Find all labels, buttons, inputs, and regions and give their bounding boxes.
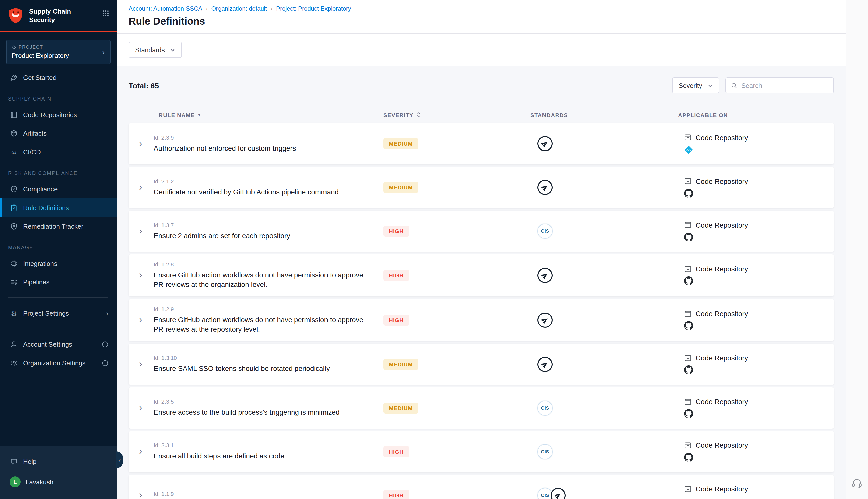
applicable-on-label: Code Repository [696, 485, 748, 493]
sidebar-section-manage: MANAGE [0, 236, 116, 254]
column-header-applicable-on: APPLICABLE ON [678, 112, 834, 118]
rule-name: Certificate not verified by GitHub Actio… [154, 187, 371, 197]
info-icon [102, 360, 109, 366]
standards-dropdown[interactable]: Standards [128, 42, 182, 58]
chevron-right-icon: › [102, 48, 105, 57]
row-standards [531, 312, 678, 327]
sidebar-item-remediation-tracker[interactable]: Remediation Tracker [0, 217, 116, 236]
sidebar-item-account-settings[interactable]: Account Settings [0, 335, 116, 354]
severity-badge: HIGH [383, 270, 409, 281]
cicd-standard-icon [537, 180, 553, 195]
search-box [726, 77, 834, 94]
sidebar-item-artifacts[interactable]: Artifacts [0, 124, 116, 143]
sidebar-item-help[interactable]: Help [0, 452, 116, 471]
repository-icon [684, 354, 692, 362]
table-row[interactable]: › Id: 1.3.7 Ensure 2 admins are set for … [128, 210, 834, 252]
sidebar: Supply Chain Security PROJECT Product Ex… [0, 0, 116, 499]
cicd-standard-icon [537, 136, 553, 151]
sidebar-item-integrations[interactable]: Integrations [0, 254, 116, 273]
table-row[interactable]: › Id: 2.1.2 Certificate not verified by … [128, 167, 834, 208]
sidebar-item-rule-definitions[interactable]: Rule Definitions [0, 198, 116, 217]
row-standards [531, 356, 678, 372]
rule-id: Id: 2.1.2 [154, 178, 371, 184]
divider [8, 329, 109, 329]
project-icon [12, 45, 16, 49]
row-provider [684, 365, 834, 374]
github-icon [684, 453, 693, 462]
row-expand-chevron-icon[interactable]: › [128, 315, 153, 325]
project-selector[interactable]: PROJECT Product Exploratory › [6, 40, 111, 64]
app-grid-icon[interactable] [102, 7, 110, 17]
sidebar-item-organization-settings[interactable]: Organization Settings [0, 354, 116, 373]
row-standards: CIS [531, 488, 678, 499]
rule-name: Ensure all build steps are defined as co… [154, 451, 371, 461]
github-icon [684, 321, 693, 330]
table-row[interactable]: › Id: 2.3.5 Ensure access to the build p… [128, 387, 834, 428]
table-row[interactable]: › Id: 2.3.9 Authorization not enforced f… [128, 123, 834, 164]
row-expand-chevron-icon[interactable]: › [128, 402, 153, 413]
github-icon [684, 365, 693, 374]
table-controls: Total: 65 Severity [128, 77, 834, 94]
sidebar-item-project-settings[interactable]: ⚙ Project Settings › [0, 304, 116, 322]
rule-id: Id: 2.3.5 [154, 399, 371, 404]
infinity-icon: ∞ [10, 148, 18, 156]
breadcrumb-project-link[interactable]: Project: Product Exploratory [276, 5, 351, 12]
repository-icon [684, 265, 692, 273]
row-provider [684, 189, 834, 198]
sidebar-item-cicd[interactable]: ∞ CI/CD [0, 143, 116, 161]
row-expand-chevron-icon[interactable]: › [128, 270, 153, 281]
chip-icon [10, 260, 18, 267]
cis-standard-icon: CIS [537, 444, 553, 459]
row-expand-chevron-icon[interactable]: › [128, 226, 153, 236]
breadcrumb-organization-link[interactable]: Organization: default [211, 5, 267, 12]
applicable-on-label: Code Repository [696, 441, 748, 449]
sidebar-item-user[interactable]: L Lavakush [0, 471, 116, 493]
rule-name: Ensure GitHub action workflows do not ha… [154, 270, 371, 290]
sidebar-item-label: Project Settings [23, 309, 69, 317]
row-expand-chevron-icon[interactable]: › [128, 359, 153, 369]
search-input[interactable] [741, 82, 828, 89]
row-expand-chevron-icon[interactable]: › [128, 446, 153, 457]
cicd-standard-icon [550, 488, 566, 499]
severity-badge: HIGH [383, 226, 409, 237]
table-row[interactable]: › Id: 1.2.9 Ensure GitHub action workflo… [128, 299, 834, 341]
row-expand-chevron-icon[interactable]: › [128, 182, 153, 193]
sidebar-item-pipelines[interactable]: Pipelines [0, 273, 116, 291]
breadcrumb-account-link[interactable]: Account: Automation-SSCA [128, 5, 202, 12]
table-row[interactable]: › Id: 2.3.1 Ensure all build steps are d… [128, 431, 834, 472]
package-icon [10, 130, 18, 137]
code-repository-icon [10, 111, 18, 119]
divider [8, 297, 109, 298]
chevron-down-icon [170, 47, 176, 52]
total-count: Total: 65 [128, 81, 159, 90]
sidebar-item-code-repositories[interactable]: Code Repositories [0, 106, 116, 124]
severity-dropdown[interactable]: Severity [672, 77, 719, 94]
support-headset-icon[interactable] [852, 478, 863, 489]
cis-standard-icon: CIS [537, 488, 553, 499]
info-icon [102, 341, 109, 348]
cis-standard-icon: CIS [537, 223, 553, 239]
column-header-severity[interactable]: SEVERITY [383, 112, 531, 118]
code-provider-icon: </> [684, 145, 693, 154]
applicable-on-label: Code Repository [696, 309, 748, 318]
rule-id: Id: 1.3.10 [154, 355, 371, 361]
sidebar-item-get-started[interactable]: Get Started [0, 68, 116, 87]
breadcrumb-separator-icon: › [271, 5, 273, 12]
table-row[interactable]: › Id: 1.3.10 Ensure SAML SSO tokens shou… [128, 343, 834, 385]
row-expand-chevron-icon[interactable]: › [128, 138, 153, 149]
shield-icon [10, 223, 18, 230]
row-expand-chevron-icon[interactable]: › [128, 490, 153, 499]
repository-icon [684, 310, 692, 317]
breadcrumb-separator-icon: › [206, 5, 208, 12]
column-header-rule-name[interactable]: RULE NAME ▼ [153, 112, 383, 118]
rule-name: Ensure GitHub action workflows do not ha… [154, 315, 371, 334]
app-title: Supply Chain Security [29, 7, 97, 25]
sidebar-header: Supply Chain Security [0, 0, 116, 32]
table-row[interactable]: › Id: 1.1.9 HIGH CIS Code Repository [128, 475, 834, 499]
table-row[interactable]: › Id: 1.2.8 Ensure GitHub action workflo… [128, 254, 834, 296]
repository-icon [684, 398, 692, 405]
sidebar-item-label: Account Settings [23, 341, 72, 348]
sidebar-item-compliance[interactable]: Compliance [0, 180, 116, 198]
row-standards [531, 268, 678, 283]
sidebar-item-label: Pipelines [23, 278, 50, 286]
